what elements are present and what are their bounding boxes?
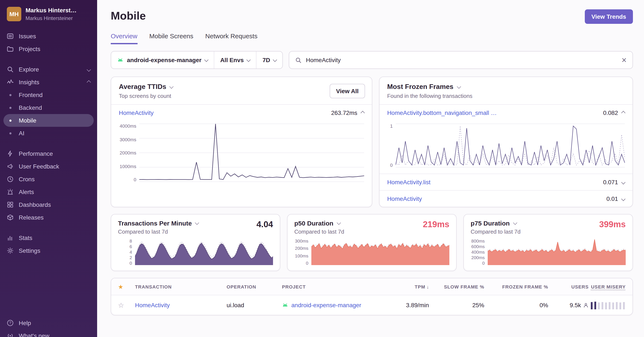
table-row: ☆ HomeActivity ui.load android-expense-m…: [111, 295, 632, 315]
view-all-button[interactable]: View All: [330, 84, 365, 98]
chevron-down-icon[interactable]: [456, 84, 461, 88]
card-subtitle: Found in the following transactions: [387, 93, 625, 99]
chevron-down-icon[interactable]: [513, 221, 517, 225]
transaction-link[interactable]: HomeActivity: [119, 109, 154, 116]
transaction-link[interactable]: HomeActivity.bottom_navigation_small …: [387, 109, 497, 116]
project-link[interactable]: android-expense-manager: [291, 302, 361, 309]
sidebar-item-releases[interactable]: Releases: [0, 211, 97, 224]
p50-chart: [311, 238, 449, 266]
card-subtitle: Compared to last 7d: [118, 229, 199, 235]
chevron-down-icon[interactable]: [336, 221, 341, 225]
sidebar-item-stats[interactable]: Stats: [0, 232, 97, 244]
most-frozen-frames-card: Most Frozen Frames Found in the followin…: [379, 77, 633, 207]
tab-bar: Overview Mobile Screens Network Requests: [111, 32, 633, 44]
search-input[interactable]: [306, 57, 617, 63]
project-selector[interactable]: android-expense-manager: [111, 51, 214, 68]
sidebar-nav: Issues Projects Explore Insights Fronten…: [0, 30, 97, 257]
card-title: p75 Duration: [471, 220, 510, 227]
chevron-down-icon[interactable]: [621, 197, 626, 201]
bullet-dot-icon: [9, 119, 12, 121]
sidebar-item-ai[interactable]: AI: [0, 127, 97, 140]
sidebar-item-crons[interactable]: Crons: [0, 173, 97, 186]
col-frozen-frame[interactable]: FROZEN FRAME %: [484, 284, 548, 289]
insights-icon: [7, 78, 14, 86]
p75-chart: [488, 238, 626, 266]
sidebar-item-projects[interactable]: Projects: [0, 42, 97, 55]
chevron-down-icon[interactable]: [170, 84, 174, 88]
frozen-value: 0.071: [603, 179, 618, 186]
search-icon: [295, 57, 302, 63]
box-icon: [7, 214, 14, 221]
card-subtitle: Compared to last 7d: [294, 229, 344, 235]
sidebar-item-settings[interactable]: Settings: [0, 244, 97, 257]
sidebar-item-help[interactable]: ? Help: [0, 317, 97, 329]
main-content: Mobile View Trends Overview Mobile Scree…: [97, 0, 644, 337]
chevron-up-icon[interactable]: [621, 111, 626, 115]
col-users[interactable]: USERS: [548, 284, 589, 289]
view-trends-button[interactable]: View Trends: [584, 9, 633, 24]
page-filter-bar: android-expense-manager All Envs 7D ×: [111, 51, 633, 69]
col-user-misery[interactable]: USER MISERY: [589, 284, 626, 289]
environment-selector[interactable]: All Envs: [214, 51, 256, 68]
chevron-up-icon[interactable]: [360, 111, 365, 115]
ttid-value: 263.72ms: [331, 109, 357, 116]
card-title: Transactions Per Minute: [118, 220, 192, 227]
sidebar-item-alerts[interactable]: Alerts: [0, 186, 97, 198]
tpm-chart: [135, 238, 273, 266]
p75-y-axis: 800ms 600ms 400ms 200ms 0: [471, 238, 488, 266]
tab-network-requests[interactable]: Network Requests: [205, 32, 258, 44]
sidebar-item-user-feedback[interactable]: User Feedback: [0, 160, 97, 173]
chevron-down-icon: [273, 57, 277, 62]
date-range-selector-label: 7D: [262, 57, 270, 63]
transaction-link[interactable]: HomeActivity: [387, 195, 422, 202]
ttid-chart: [139, 123, 364, 182]
p50-y-axis: 300ms 200ms 100ms 0: [294, 238, 311, 266]
chevron-down-icon[interactable]: [621, 180, 626, 184]
chevron-down-icon[interactable]: [195, 221, 199, 225]
col-slow-frame[interactable]: SLOW FRAME %: [429, 284, 484, 289]
card-subtitle: Compared to last 7d: [471, 229, 520, 235]
col-operation[interactable]: OPERATION: [226, 284, 282, 289]
clear-search-icon[interactable]: ×: [622, 56, 626, 64]
tab-overview[interactable]: Overview: [111, 32, 137, 44]
sidebar-item-performance[interactable]: Performance: [0, 147, 97, 160]
sidebar-item-whats-new[interactable]: What's new: [0, 329, 97, 337]
col-tpm[interactable]: TPM↓: [382, 284, 429, 289]
issues-icon: [7, 32, 14, 40]
sidebar-item-mobile-selected: Mobile: [4, 114, 94, 127]
sort-arrow-icon: ↓: [426, 284, 429, 289]
search-icon: [7, 66, 14, 73]
transaction-link[interactable]: HomeActivity: [135, 302, 226, 309]
frozen-value: 0.01: [606, 195, 618, 202]
average-ttids-card: Average TTIDs Top screens by count View …: [111, 77, 372, 207]
sidebar-item-dashboards[interactable]: Dashboards: [0, 198, 97, 211]
gear-icon: [7, 247, 14, 254]
table-header: ★ TRANSACTION OPERATION PROJECT TPM↓ SLO…: [111, 278, 632, 295]
sidebar-item-mobile[interactable]: Mobile: [4, 114, 94, 127]
frozen-frame-cell: 0%: [484, 302, 548, 309]
chevron-down-icon: [246, 57, 251, 62]
sidebar-item-issues[interactable]: Issues: [0, 30, 97, 42]
p75-duration-card: p75 Duration Compared to last 7d 399ms 8…: [464, 214, 633, 271]
transaction-link[interactable]: HomeActivity.list: [387, 179, 430, 186]
frozen-list-item: HomeActivity 0.01: [380, 190, 632, 207]
bullet-dot-icon: [9, 132, 12, 134]
user-subtitle: Markus Hintersteiner: [26, 15, 77, 21]
card-title: p50 Duration: [294, 220, 333, 227]
org-switcher[interactable]: MH Markus Hinterst… Markus Hintersteiner: [0, 0, 97, 24]
star-outline-icon[interactable]: ☆: [118, 301, 135, 309]
sidebar-item-backend[interactable]: Backend: [0, 101, 97, 114]
col-transaction[interactable]: TRANSACTION: [135, 284, 226, 289]
sidebar-item-explore[interactable]: Explore: [0, 63, 97, 76]
sidebar-item-insights[interactable]: Insights: [0, 76, 97, 88]
tab-mobile-screens[interactable]: Mobile Screens: [149, 32, 193, 44]
frozen-y-axis: 1 0: [387, 123, 396, 168]
date-range-selector[interactable]: 7D: [256, 51, 282, 68]
transactions-table: ★ TRANSACTION OPERATION PROJECT TPM↓ SLO…: [111, 278, 633, 315]
bar-chart-icon: [7, 234, 14, 242]
sidebar-item-frontend[interactable]: Frontend: [0, 88, 97, 101]
search-bar[interactable]: ×: [289, 51, 633, 69]
col-project[interactable]: PROJECT: [282, 284, 382, 289]
tpm-card: Transactions Per Minute Compared to last…: [111, 214, 280, 271]
tpm-cell: 3.89/min: [382, 302, 429, 309]
